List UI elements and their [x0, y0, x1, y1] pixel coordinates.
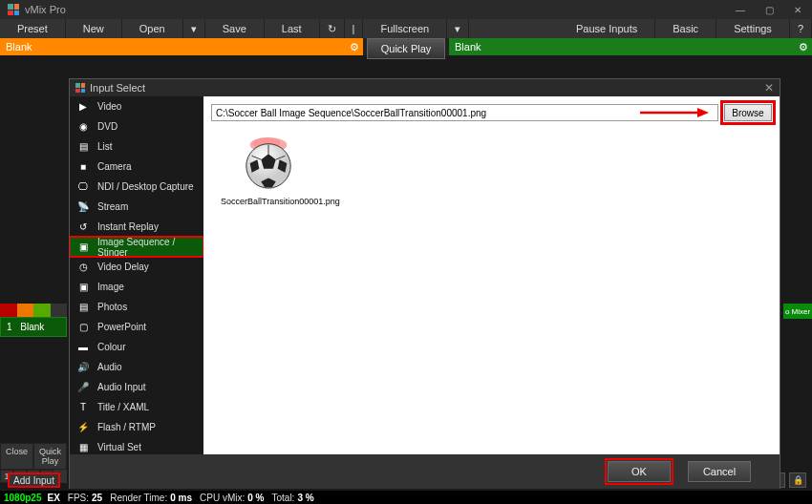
dialog-main: Browse: [203, 96, 780, 454]
app-title: vMix Pro: [25, 4, 66, 15]
status-resolution: 1080p25: [4, 493, 41, 503]
color-row: [0, 304, 67, 317]
sidebar-item-list[interactable]: ▤List: [70, 136, 203, 157]
titlebar: vMix Pro — ▢ ✕: [0, 0, 812, 19]
sidebar-item-image[interactable]: ▣Image: [70, 277, 203, 297]
preview-channel[interactable]: Blank ⚙: [0, 38, 363, 55]
sidebar-item-flash[interactable]: ⚡Flash / RTMP: [70, 417, 203, 437]
status-fps-label: FPS:: [68, 493, 89, 503]
quick-play-button[interactable]: Quick Play: [367, 38, 445, 59]
flash-icon: ⚡: [75, 421, 91, 434]
gear-icon[interactable]: ⚙: [799, 41, 808, 53]
clock-icon: ◷: [75, 261, 91, 274]
annotation-arrow-icon: [640, 106, 709, 119]
sidebar-item-colour[interactable]: ▬Colour: [70, 337, 203, 357]
mic-icon: 🎤: [75, 381, 91, 394]
sidebar-item-video-delay[interactable]: ◷Video Delay: [70, 257, 203, 277]
sidebar-item-image-sequence[interactable]: ▣Image Sequence / Stinger: [70, 237, 203, 257]
lock-icon[interactable]: 🔒: [789, 472, 806, 488]
status-cpu-label: CPU vMix:: [200, 493, 245, 503]
pause-inputs-button[interactable]: Pause Inputs: [559, 19, 655, 38]
sidebar-item-dvd[interactable]: ◉DVD: [70, 116, 203, 136]
close-button[interactable]: ✕: [783, 0, 812, 19]
sidebar-item-virtual-set[interactable]: ▦Virtual Set: [70, 437, 203, 454]
input-panel: 1 Blank: [0, 304, 67, 337]
fullscreen-button[interactable]: Fullscreen: [363, 19, 447, 38]
dialog-footer: OK Cancel: [70, 454, 780, 489]
gear-icon[interactable]: ⚙: [350, 41, 359, 53]
sidebar-item-camera[interactable]: ■Camera: [70, 157, 203, 177]
app-logo-icon: [75, 83, 85, 93]
list-icon: ▤: [75, 140, 91, 154]
new-button[interactable]: New: [66, 19, 122, 38]
status-cpu: 0 %: [247, 493, 264, 503]
sidebar-item-replay[interactable]: ↺Instant Replay: [70, 217, 203, 237]
dialog-title: Input Select: [90, 82, 145, 94]
help-icon[interactable]: ?: [790, 19, 812, 38]
thumbnail-filename: SoccerBallTransition00001.png: [221, 197, 316, 206]
sidebar-item-title[interactable]: TTitle / XAML: [70, 397, 203, 417]
cancel-button[interactable]: Cancel: [688, 461, 751, 482]
basic-button[interactable]: Basic: [655, 19, 716, 38]
audio-mixer-button[interactable]: o Mixer: [783, 304, 812, 319]
output-label: Blank: [455, 41, 481, 52]
status-render-label: Render Time:: [110, 493, 167, 503]
sidebar-item-audio[interactable]: 🔊Audio: [70, 357, 203, 377]
sidebar-item-ndi[interactable]: 🖵NDI / Desktop Capture: [70, 177, 203, 197]
last-button[interactable]: Last: [265, 19, 320, 38]
photos-icon: ▤: [75, 301, 91, 314]
app-logo-icon: [8, 4, 19, 15]
maximize-button[interactable]: ▢: [755, 0, 783, 19]
antenna-icon: 📡: [75, 200, 91, 214]
open-button[interactable]: Open: [122, 19, 183, 38]
sidebar-item-stream[interactable]: 📡Stream: [70, 197, 203, 217]
status-total: 3 %: [297, 493, 313, 503]
sidebar-item-photos[interactable]: ▤Photos: [70, 297, 203, 317]
disc-icon: ◉: [75, 120, 91, 134]
status-total-label: Total:: [271, 493, 294, 503]
close-button[interactable]: Close: [0, 443, 33, 470]
presentation-icon: ▢: [75, 321, 91, 334]
fullscreen-dropdown-icon[interactable]: ▾: [447, 19, 469, 38]
monitor-icon: 🖵: [75, 180, 91, 194]
save-button[interactable]: Save: [205, 19, 265, 38]
quick-play-small-button[interactable]: Quick Play: [33, 443, 67, 470]
input-label: Blank: [20, 322, 44, 332]
separator-icon: |: [345, 19, 364, 38]
speaker-icon: 🔊: [75, 361, 91, 374]
play-icon: ▶: [75, 100, 91, 114]
input-1[interactable]: 1 Blank: [0, 317, 67, 337]
image-icon: ▣: [75, 281, 91, 294]
settings-button[interactable]: Settings: [716, 19, 790, 38]
status-bar: 1080p25 EX FPS: 25 Render Time: 0 ms CPU…: [0, 491, 812, 504]
ok-button[interactable]: OK: [608, 461, 671, 482]
dialog-titlebar: Input Select ✕: [70, 79, 780, 96]
preview-label: Blank: [6, 41, 32, 52]
text-icon: T: [75, 401, 91, 414]
svg-marker-1: [697, 108, 709, 117]
sidebar-item-audio-input[interactable]: 🎤Audio Input: [70, 377, 203, 397]
input-type-sidebar: ▶Video ◉DVD ▤List ■Camera 🖵NDI / Desktop…: [70, 96, 203, 454]
virtualset-icon: ▦: [75, 441, 91, 454]
replay-icon: ↺: [75, 220, 91, 234]
minimize-button[interactable]: —: [726, 0, 755, 19]
soccer-ball-icon: [241, 136, 296, 191]
add-input-button[interactable]: Add Input: [8, 472, 60, 488]
preset-button[interactable]: Preset: [0, 19, 66, 38]
status-fps: 25: [92, 493, 102, 503]
status-ex: EX: [47, 493, 59, 503]
colour-icon: ▬: [75, 341, 91, 354]
close-icon[interactable]: ✕: [764, 81, 774, 94]
status-render: 0 ms: [170, 493, 192, 503]
camera-icon: ■: [75, 160, 91, 174]
sidebar-item-powerpoint[interactable]: ▢PowerPoint: [70, 317, 203, 337]
undo-icon[interactable]: ↻: [320, 19, 345, 38]
open-dropdown-icon[interactable]: ▾: [183, 19, 205, 38]
output-channel[interactable]: Blank ⚙: [449, 38, 812, 55]
file-thumbnail[interactable]: SoccerBallTransition00001.png: [221, 136, 316, 206]
menubar: Preset New Open ▾ Save Last ↻ | Fullscre…: [0, 19, 812, 38]
sidebar-item-video[interactable]: ▶Video: [70, 96, 203, 116]
image-seq-icon: ▣: [75, 241, 91, 254]
browse-button[interactable]: Browse: [724, 104, 772, 121]
input-select-dialog: Input Select ✕ ▶Video ◉DVD ▤List ■Camera…: [69, 78, 780, 489]
